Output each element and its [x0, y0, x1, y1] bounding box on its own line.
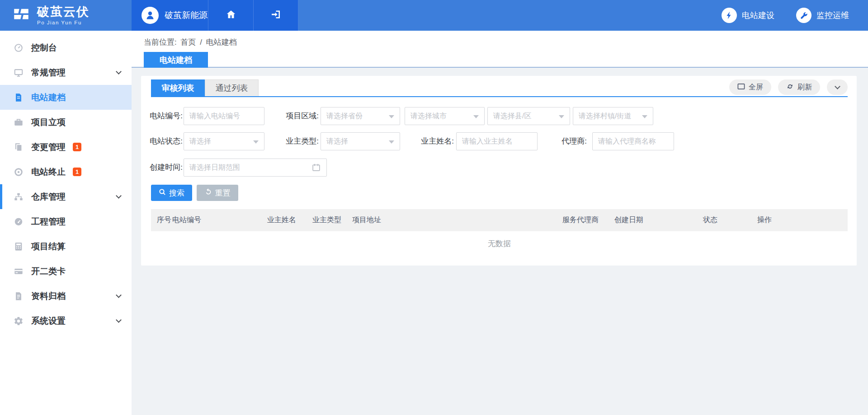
- sidebar-item-label: 项目结算: [31, 241, 66, 252]
- sidebar-item-project-settlement[interactable]: 项目结算: [0, 234, 132, 259]
- station-no-input[interactable]: [184, 107, 264, 125]
- brand-logo-icon: [12, 5, 31, 26]
- agent-label: 代理商:: [530, 132, 587, 150]
- column-header: 项目地址: [352, 215, 562, 225]
- breadcrumb-home-link[interactable]: 首页: [180, 38, 196, 47]
- station-status-select[interactable]: 请选择: [184, 132, 264, 150]
- column-header: 序号: [157, 215, 172, 225]
- document-icon: [14, 93, 24, 103]
- column-header: 电站编号: [172, 215, 267, 225]
- sidebar-item-label: 项目立项: [31, 117, 66, 128]
- region-label: 项目区域:: [268, 107, 319, 125]
- sidebar-item-warehouse-mgmt[interactable]: 仓库管理: [0, 184, 132, 209]
- breadcrumb-label: 当前位置:: [144, 38, 177, 47]
- sidebar-item-general-mgmt[interactable]: 常规管理: [0, 60, 132, 85]
- chevron-down-icon: [116, 317, 122, 323]
- gear-icon: [14, 316, 24, 326]
- town-select[interactable]: 请选择村镇/街道: [573, 107, 653, 125]
- date-range-input[interactable]: [184, 159, 327, 177]
- chevron-down-icon: [116, 69, 122, 75]
- breadcrumb: 当前位置: 首页 / 电站建档: [144, 37, 239, 47]
- created-time-label: 创建时间:: [141, 159, 183, 177]
- tab-review-list[interactable]: 审核列表: [151, 79, 205, 96]
- fullscreen-label: 全屏: [749, 83, 763, 92]
- breadcrumb-strip: 当前位置: 首页 / 电站建档 电站建档: [132, 31, 868, 68]
- nav-station-build[interactable]: 电站建设: [722, 8, 774, 23]
- sidebar-item-data-archive[interactable]: 资料归档: [0, 284, 132, 308]
- brand: 破茧云伏 Po Jian Yun Fu: [0, 0, 132, 31]
- collapse-button[interactable]: [827, 79, 848, 95]
- sidebar-item-system-settings[interactable]: 系统设置: [0, 308, 132, 333]
- panel-toolbar: 全屏 刷新: [729, 79, 848, 96]
- brand-subtitle: Po Jian Yun Fu: [37, 20, 90, 25]
- tab-passed-list[interactable]: 通过列表: [205, 79, 259, 96]
- nav-label: 监控运维: [816, 10, 849, 21]
- sidebar-item-station-archive[interactable]: 电站建档: [0, 85, 132, 110]
- monitor-icon: [14, 68, 24, 78]
- refresh-button[interactable]: 刷新: [778, 79, 820, 95]
- home-icon: [226, 9, 236, 22]
- lightning-icon: [722, 8, 737, 23]
- station-status-label: 电站状态:: [141, 132, 183, 150]
- owner-type-select[interactable]: 请选择: [321, 132, 400, 150]
- sidebar-item-label: 开二类卡: [31, 266, 66, 277]
- sidebar-item-label: 常规管理: [31, 67, 66, 79]
- gauge-icon: [14, 217, 24, 227]
- avatar: [142, 7, 159, 24]
- reset-button[interactable]: 重置: [197, 185, 238, 201]
- table-header: 序号 电站编号 业主姓名 业主类型 项目地址 服务代理商 创建日期 状态 操作: [151, 209, 848, 231]
- sidebar-item-label: 电站建档: [31, 92, 66, 103]
- chevron-down-icon: [116, 292, 122, 298]
- sidebar-item-change-mgmt[interactable]: 变更管理 1: [0, 135, 132, 159]
- panel-tabs: 审核列表 通过列表 全屏 刷新: [151, 79, 848, 97]
- search-label: 搜索: [169, 188, 184, 198]
- search-button[interactable]: 搜索: [151, 185, 192, 201]
- county-select[interactable]: 请选择县/区: [487, 107, 570, 125]
- reset-label: 重置: [215, 188, 231, 198]
- wrench-icon: [796, 8, 811, 23]
- panel-card: 审核列表 通过列表 全屏 刷新: [141, 76, 857, 266]
- sidebar-item-engineering-mgmt[interactable]: 工程管理: [0, 209, 132, 234]
- page-tab-station-archive[interactable]: 电站建档: [144, 52, 208, 68]
- calculator-icon: [14, 242, 24, 252]
- chevron-down-icon: [116, 193, 122, 199]
- sidebar-item-open-card[interactable]: 开二类卡: [0, 259, 132, 284]
- sidebar-item-console[interactable]: 控制台: [0, 35, 132, 60]
- column-header: 业主姓名: [267, 215, 312, 225]
- owner-name-input[interactable]: [456, 132, 538, 150]
- header-right-nav: 电站建设 监控运维: [722, 0, 868, 31]
- fullscreen-button[interactable]: 全屏: [729, 79, 771, 95]
- user-chip[interactable]: 破茧新能源: [132, 0, 208, 31]
- brand-title: 破茧云伏: [37, 5, 90, 18]
- app-header: 破茧云伏 Po Jian Yun Fu 破茧新能源: [0, 0, 868, 31]
- province-select[interactable]: 请选择省份: [321, 107, 400, 125]
- sidebar-item-project-initiation[interactable]: 项目立项: [0, 110, 132, 135]
- nav-monitor-ops[interactable]: 监控运维: [796, 8, 849, 23]
- sidebar-item-label: 仓库管理: [31, 191, 66, 203]
- archive-icon: [14, 291, 24, 301]
- agent-input[interactable]: [592, 132, 674, 150]
- column-header: 业主类型: [312, 215, 352, 225]
- station-no-label: 电站编号:: [141, 107, 183, 125]
- empty-state-text: 无数据: [151, 238, 848, 249]
- city-select[interactable]: 请选择城市: [405, 107, 485, 125]
- column-header: 状态: [703, 215, 757, 225]
- breadcrumb-current: 电站建档: [206, 38, 237, 47]
- sidebar-item-label: 系统设置: [31, 315, 66, 327]
- brand-text: 破茧云伏 Po Jian Yun Fu: [37, 5, 90, 25]
- main-content: 当前位置: 首页 / 电站建档 电站建档 审核列表 通过列表 全屏: [132, 31, 868, 415]
- login-button[interactable]: [253, 0, 298, 31]
- sidebar-item-station-terminate[interactable]: 电站终止 1: [0, 159, 132, 184]
- sidebar: 控制台 常规管理 电站建档 项目立项 变更管理 1 电站终止 1: [0, 31, 132, 415]
- user-name: 破茧新能源: [165, 9, 208, 21]
- files-icon: [14, 142, 24, 152]
- home-button[interactable]: [208, 0, 253, 31]
- login-icon: [270, 9, 281, 22]
- owner-type-label: 业主类型:: [268, 132, 319, 150]
- chevron-down-icon: [835, 84, 840, 89]
- search-icon: [159, 188, 166, 198]
- nav-label: 电站建设: [742, 10, 774, 21]
- owner-name-label: 业主姓名:: [394, 132, 454, 150]
- refresh-icon: [786, 83, 794, 92]
- sidebar-item-label: 电站终止: [31, 166, 66, 178]
